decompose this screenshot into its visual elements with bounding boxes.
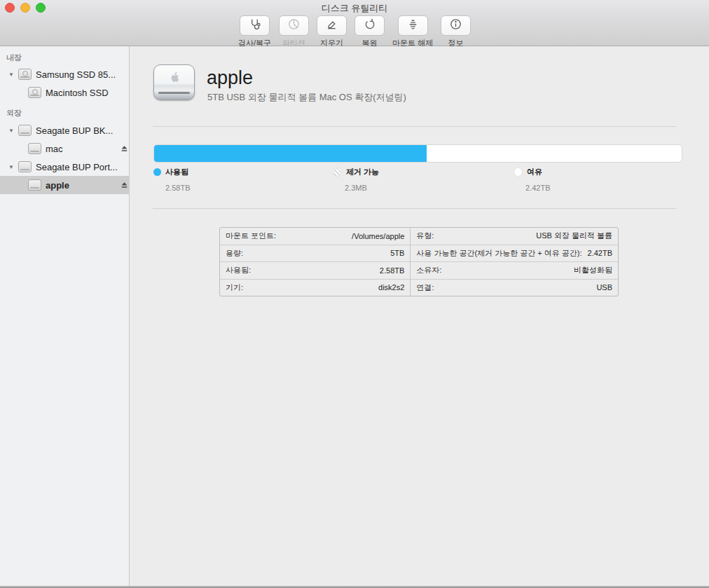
detail-row-owner: 소유자: 비활성화됨 xyxy=(411,262,618,280)
sidebar-item-label: Macintosh SSD xyxy=(46,88,133,98)
volume-icon xyxy=(28,143,41,154)
purgeable-swatch-icon xyxy=(333,167,342,177)
volume-description: 5TB USB 외장 물리적 볼륨 Mac OS 확장(저널링) xyxy=(207,91,406,104)
detail-label: 마운트 포인트: xyxy=(226,231,276,241)
detail-value: disk2s2 xyxy=(378,283,404,292)
partition-button xyxy=(279,15,309,36)
toolbar-item-info: 정보 xyxy=(441,15,471,48)
sidebar-item-seagate-bup-port[interactable]: ▼ Seagate BUP Port... xyxy=(0,158,133,176)
window-title: 디스크 유틸리티 xyxy=(0,2,709,15)
disclosure-triangle-icon[interactable]: ▼ xyxy=(4,164,18,170)
disk-utility-window: 디스크 유틸리티 검사/복구 파티션 xyxy=(0,0,709,588)
divider xyxy=(153,126,676,127)
detail-label: 유형: xyxy=(416,231,434,241)
sidebar-item-label: Samsung SSD 85... xyxy=(36,69,133,80)
sidebar-item-label: mac xyxy=(46,144,115,154)
main-content: apple 5TB USB 외장 물리적 볼륨 Mac OS 확장(저널링) 사… xyxy=(130,46,709,586)
legend-used: 사용됨 2.58TB xyxy=(153,167,190,192)
detail-row-type: 유형: USB 외장 물리적 볼륨 xyxy=(411,228,618,245)
details-table: 마운트 포인트: /Volumes/apple 용량: 5TB 사용됨: 2.5… xyxy=(219,227,619,296)
apple-logo-icon xyxy=(168,71,181,86)
usage-bar xyxy=(153,144,682,163)
volume-icon xyxy=(28,87,41,98)
external-drive-icon xyxy=(153,64,195,100)
detail-row-device: 기기: disk2s2 xyxy=(220,280,410,296)
unmount-icon xyxy=(406,18,420,34)
detail-value: 비활성화됨 xyxy=(574,265,612,275)
disclosure-triangle-icon[interactable]: ▼ xyxy=(4,128,18,134)
unmount-button[interactable] xyxy=(398,15,428,36)
detail-value: 2.42TB xyxy=(588,249,612,257)
volume-title: apple xyxy=(207,67,253,89)
detail-label: 기기: xyxy=(226,282,243,293)
sidebar-item-mac[interactable]: ▼ mac xyxy=(0,139,133,158)
drive-slot xyxy=(158,92,190,94)
detail-value: USB xyxy=(596,283,612,292)
toolbar-item-unmount: 마운트 해제 xyxy=(392,15,433,48)
detail-row-connection: 연결: USB xyxy=(411,280,618,296)
volume-icon xyxy=(28,179,41,191)
toolbar-item-restore: 복원 xyxy=(354,15,385,48)
detail-row-mount-point: 마운트 포인트: /Volumes/apple xyxy=(220,228,410,245)
external-disk-icon xyxy=(18,125,32,136)
detail-label: 용량: xyxy=(226,248,243,259)
sidebar-item-apple[interactable]: ▼ apple xyxy=(0,176,133,194)
detail-label: 사용됨: xyxy=(226,265,251,275)
erase-icon xyxy=(325,18,338,34)
detail-value: USB 외장 물리적 볼륨 xyxy=(536,231,612,241)
detail-value: 5TB xyxy=(390,249,404,257)
legend-label: 사용됨 xyxy=(165,167,188,177)
divider xyxy=(153,208,676,209)
internal-disk-icon xyxy=(18,69,32,80)
disclosure-triangle-icon[interactable]: ▼ xyxy=(4,71,18,78)
toolbar: 검사/복구 파티션 지우기 xyxy=(0,15,709,48)
detail-row-available: 사용 가능한 공간(제거 가능한 공간 + 여유 공간): 2.42TB xyxy=(411,245,618,263)
titlebar: 디스크 유틸리티 검사/복구 파티션 xyxy=(0,0,709,46)
free-swatch-icon xyxy=(514,167,523,177)
legend-purgeable: 제거 가능 2.3MB xyxy=(333,167,379,192)
first-aid-icon xyxy=(248,18,261,34)
detail-row-capacity: 용량: 5TB xyxy=(220,245,410,263)
toolbar-item-partition: 파티션 xyxy=(279,15,309,48)
sidebar-item-label: Seagate BUP Port... xyxy=(36,162,133,172)
detail-value: /Volumes/apple xyxy=(352,232,404,240)
external-disk-icon xyxy=(18,161,32,172)
restore-button[interactable] xyxy=(354,15,385,36)
erase-button[interactable] xyxy=(317,15,347,36)
detail-value: 2.58TB xyxy=(380,266,404,275)
detail-label: 사용 가능한 공간(제거 가능한 공간 + 여유 공간): xyxy=(416,248,581,259)
used-swatch-icon xyxy=(153,168,161,176)
legend-value: 2.42TB xyxy=(525,184,550,192)
sidebar-item-seagate-bup-bk[interactable]: ▼ Seagate BUP BK... xyxy=(0,121,133,139)
partition-icon xyxy=(287,18,301,34)
sidebar-section-internal: 내장 xyxy=(6,53,22,63)
info-button[interactable] xyxy=(441,15,471,36)
sidebar: 내장 ▼ Samsung SSD 85... ▼ Macintosh SSD 외… xyxy=(0,46,130,586)
sidebar-item-macintosh-ssd[interactable]: ▼ Macintosh SSD xyxy=(0,83,133,102)
detail-label: 연결: xyxy=(416,282,434,293)
legend-value: 2.58TB xyxy=(165,184,190,192)
sidebar-section-external: 외장 xyxy=(6,108,22,118)
detail-row-used: 사용됨: 2.58TB xyxy=(220,262,410,280)
legend-label: 제거 가능 xyxy=(346,167,379,177)
legend-value: 2.3MB xyxy=(345,184,379,192)
legend-free: 여유 2.42TB xyxy=(514,167,550,192)
sidebar-item-label: Seagate BUP BK... xyxy=(36,125,133,136)
usage-bar-used xyxy=(154,145,427,162)
detail-label: 소유자: xyxy=(416,265,441,275)
toolbar-item-first-aid: 검사/복구 xyxy=(238,15,271,48)
sidebar-item-label: apple xyxy=(46,180,115,191)
restore-icon xyxy=(363,18,376,34)
toolbar-item-erase: 지우기 xyxy=(317,15,347,48)
sidebar-item-samsung-ssd[interactable]: ▼ Samsung SSD 85... xyxy=(0,65,133,83)
legend-label: 여유 xyxy=(527,167,542,177)
first-aid-button[interactable] xyxy=(240,15,270,36)
info-icon xyxy=(449,18,462,34)
